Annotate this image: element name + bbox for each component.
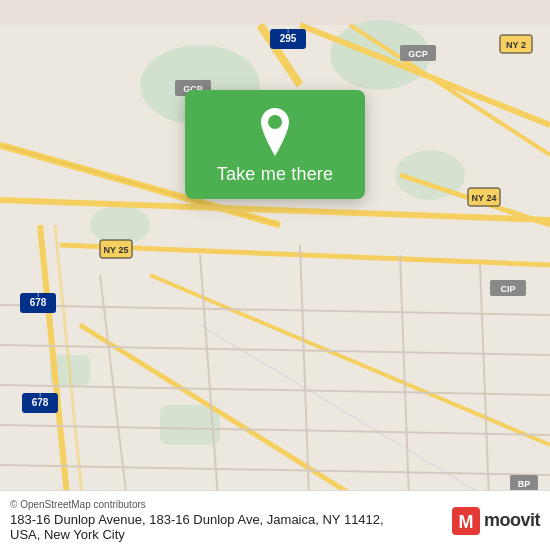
- location-card: Take me there: [185, 90, 365, 199]
- svg-text:295: 295: [280, 33, 297, 44]
- svg-text:CIP: CIP: [500, 284, 515, 294]
- moovit-icon: M: [452, 507, 480, 535]
- map-background: 295 I GCP GCP NY 25 NY 24 NY 2 678 I 678…: [0, 0, 550, 550]
- location-pin-icon: [255, 108, 295, 156]
- svg-point-3: [90, 205, 150, 245]
- bottom-bar: © OpenStreetMap contributors 183-16 Dunl…: [0, 490, 550, 550]
- svg-text:GCP: GCP: [408, 49, 428, 59]
- svg-text:NY 2: NY 2: [506, 40, 526, 50]
- moovit-wordmark: moovit: [484, 510, 540, 531]
- svg-text:NY 25: NY 25: [104, 245, 129, 255]
- svg-text:678: 678: [32, 397, 49, 408]
- moovit-logo: M moovit: [452, 507, 540, 535]
- svg-text:678: 678: [30, 297, 47, 308]
- svg-point-54: [268, 115, 282, 129]
- bottom-left-info: © OpenStreetMap contributors 183-16 Dunl…: [10, 499, 390, 542]
- osm-attribution: © OpenStreetMap contributors: [10, 499, 390, 510]
- svg-text:BP: BP: [518, 479, 531, 489]
- address-text: 183-16 Dunlop Avenue, 183-16 Dunlop Ave,…: [10, 512, 390, 542]
- take-me-there-button[interactable]: Take me there: [217, 164, 333, 185]
- svg-text:NY 24: NY 24: [472, 193, 497, 203]
- svg-text:M: M: [458, 512, 473, 532]
- map-container: 295 I GCP GCP NY 25 NY 24 NY 2 678 I 678…: [0, 0, 550, 550]
